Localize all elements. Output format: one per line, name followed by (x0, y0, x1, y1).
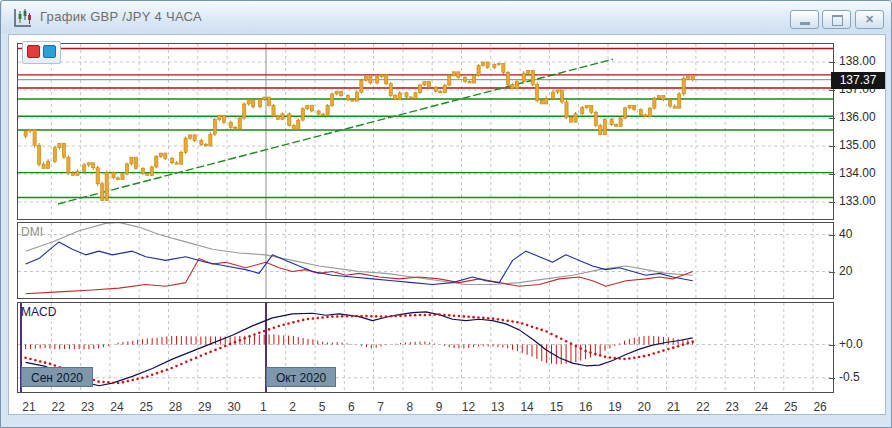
dmi-tick-label: 40 (839, 227, 852, 241)
macd-indicator-panel[interactable] (17, 302, 834, 393)
chart-window: График GBP /JPY 4 ЧАСА ✕ DMI MACD 138.00… (0, 0, 892, 428)
dmi-indicator-panel[interactable] (17, 222, 834, 299)
date-tick-label: 30 (220, 400, 248, 414)
macd-signal-line (24, 313, 694, 384)
date-tick-label: 25 (132, 400, 160, 414)
date-tick-label: 21 (15, 400, 43, 414)
maximize-button[interactable] (822, 10, 851, 29)
axis-tick (829, 345, 835, 346)
red-marker-button[interactable] (27, 45, 40, 58)
title-bar[interactable]: График GBP /JPY 4 ЧАСА ✕ (2, 1, 892, 33)
macd-histogram (26, 334, 693, 364)
axis-tick (829, 235, 835, 236)
date-tick-label: 6 (337, 400, 365, 414)
date-tick-label: 25 (777, 400, 805, 414)
trendline (58, 59, 613, 204)
price-tick-label: 134.00 (839, 166, 876, 180)
date-tick-label: 9 (425, 400, 453, 414)
date-tick-label: 15 (542, 400, 570, 414)
current-price-badge: 137.37 (831, 72, 885, 89)
date-tick-label: 12 (455, 400, 483, 414)
date-tick-label: 28 (162, 400, 190, 414)
axis-tick (829, 62, 835, 63)
date-tick-label: 20 (630, 400, 658, 414)
minimize-button[interactable] (790, 10, 819, 29)
macd-panel-label: MACD (21, 305, 56, 319)
axis-tick (829, 118, 835, 119)
macd-tick-label: -0.5 (839, 370, 860, 384)
dmi-tick-label: 20 (839, 264, 852, 278)
macd-tick-label: +0.0 (839, 337, 863, 351)
close-button[interactable]: ✕ (855, 10, 884, 29)
axis-tick (829, 174, 835, 175)
macd-line (26, 312, 693, 386)
date-tick-label: 23 (74, 400, 102, 414)
date-tick-label: 23 (718, 400, 746, 414)
price-chart-panel[interactable] (17, 43, 834, 220)
chart-toolbar (22, 41, 61, 64)
date-tick-label: 5 (308, 400, 336, 414)
date-tick-label: 24 (103, 400, 131, 414)
axis-tick (829, 202, 835, 203)
date-tick-label: 1 (249, 400, 277, 414)
month-label-october: Окт 2020 (266, 367, 336, 387)
dmi-series-ADX (26, 222, 693, 284)
close-icon: ✕ (856, 11, 883, 28)
candles (24, 62, 694, 201)
dmi-series-+DI (26, 242, 693, 285)
date-tick-label: 22 (44, 400, 72, 414)
candlestick-chart-icon (12, 7, 34, 29)
date-tick-label: 22 (689, 400, 717, 414)
date-tick-label: 29 (191, 400, 219, 414)
price-tick-label: 138.00 (839, 54, 876, 68)
date-tick-label: 16 (572, 400, 600, 414)
date-tick-label: 7 (367, 400, 395, 414)
price-tick-label: 136.00 (839, 110, 876, 124)
axis-tick (829, 378, 835, 379)
blue-marker-button[interactable] (43, 45, 56, 58)
date-tick-label: 8 (396, 400, 424, 414)
date-tick-label: 24 (748, 400, 776, 414)
month-label-september: Сен 2020 (21, 367, 93, 387)
price-tick-label: 133.00 (839, 194, 876, 208)
date-tick-label: 21 (660, 400, 688, 414)
dmi-series--DI (26, 259, 693, 294)
axis-tick (829, 146, 835, 147)
date-tick-label: 14 (513, 400, 541, 414)
minimize-icon (800, 22, 810, 25)
axis-tick (829, 272, 835, 273)
dmi-panel-label: DMI (21, 225, 43, 239)
date-tick-label: 2 (279, 400, 307, 414)
panel-border (18, 223, 834, 299)
restore-icon (832, 15, 843, 26)
date-tick-label: 19 (601, 400, 629, 414)
price-tick-label: 135.00 (839, 138, 876, 152)
panel-border (18, 44, 834, 220)
date-tick-label: 13 (484, 400, 512, 414)
axis-tick (829, 90, 835, 91)
window-title: График GBP /JPY 4 ЧАСА (40, 9, 202, 24)
date-tick-label: 26 (806, 400, 834, 414)
